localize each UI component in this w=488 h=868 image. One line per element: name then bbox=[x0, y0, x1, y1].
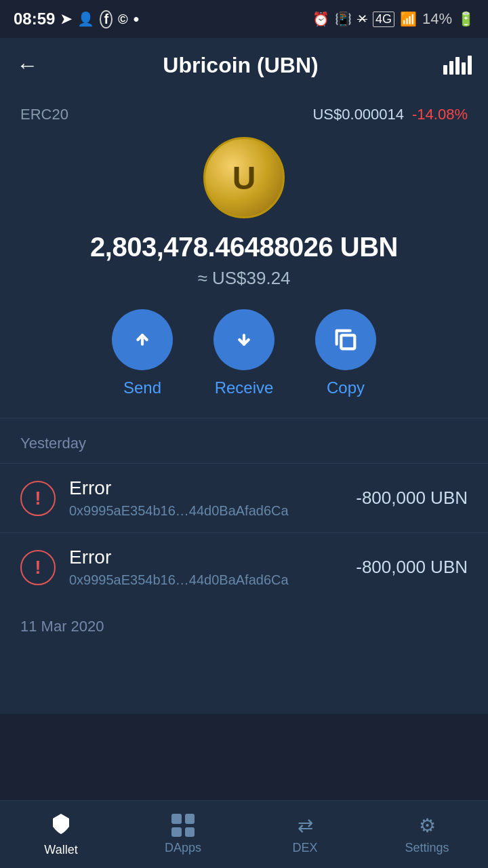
transaction-status-1: Error bbox=[69, 477, 342, 499]
error-icon-2: ! bbox=[20, 550, 56, 585]
nav-dapps[interactable]: DApps bbox=[122, 814, 244, 855]
page-title: Ubricoin (UBN) bbox=[163, 53, 318, 78]
no-signal-icon: ✕ bbox=[357, 12, 367, 26]
transaction-hash-1: 0x9995aE354b16…44d0BaAfad6Ca bbox=[69, 503, 342, 519]
nav-dex[interactable]: ⇄ DEX bbox=[244, 814, 366, 855]
token-price: US$0.000014 bbox=[312, 106, 404, 123]
facebook2-icon: © bbox=[118, 12, 128, 27]
dot-icon: • bbox=[134, 9, 139, 28]
receive-label: Receive bbox=[215, 378, 274, 397]
signal-icon: 📶 bbox=[400, 11, 417, 27]
nav-wallet[interactable]: Wallet bbox=[0, 812, 122, 857]
back-button[interactable]: ← bbox=[16, 53, 38, 78]
receive-button[interactable] bbox=[214, 309, 274, 370]
receive-button-container[interactable]: Receive bbox=[214, 309, 274, 397]
bottom-spacer bbox=[0, 646, 488, 714]
status-time-area: 08:59 ➤ 👤 f © • bbox=[14, 9, 139, 28]
transaction-hash-2: 0x9995aE354b16…44d0BaAfad6Ca bbox=[69, 572, 342, 588]
bottom-navigation: Wallet DApps ⇄ DEX ⚙ Settings bbox=[0, 800, 488, 868]
token-summary: ERC20 US$0.000014 -14.08% 2,803,478.4648… bbox=[0, 92, 488, 418]
transaction-amount-2: -800,000 UBN bbox=[356, 557, 468, 578]
chart-icon[interactable] bbox=[443, 56, 472, 75]
transaction-details-1: Error 0x9995aE354b16…44d0BaAfad6Ca bbox=[69, 477, 342, 519]
nav-settings[interactable]: ⚙ Settings bbox=[366, 814, 488, 855]
copy-button[interactable] bbox=[315, 309, 376, 370]
nav-settings-label: Settings bbox=[405, 841, 449, 855]
status-icons-area: ⏰ 📳 ✕ 4G 📶 14% 🔋 bbox=[312, 10, 474, 28]
send-button[interactable] bbox=[112, 309, 173, 370]
receive-icon bbox=[230, 326, 258, 353]
settings-icon: ⚙ bbox=[419, 814, 436, 837]
date-label-yesterday: Yesterday bbox=[0, 418, 488, 463]
nav-icon: ➤ bbox=[60, 11, 72, 27]
svg-rect-3 bbox=[341, 335, 354, 349]
nav-dex-label: DEX bbox=[292, 841, 317, 855]
app-header: ← Ubricoin (UBN) bbox=[0, 38, 488, 92]
dex-icon: ⇄ bbox=[298, 814, 313, 837]
coin-logo-container bbox=[20, 137, 468, 218]
send-button-container[interactable]: Send bbox=[112, 309, 173, 397]
copy-icon bbox=[332, 326, 359, 353]
coin-logo bbox=[203, 137, 285, 218]
price-change: -14.08% bbox=[412, 106, 468, 123]
battery-icon: 🔋 bbox=[458, 11, 474, 27]
transaction-item[interactable]: ! Error 0x9995aE354b16…44d0BaAfad6Ca -80… bbox=[0, 463, 488, 532]
nav-dapps-label: DApps bbox=[165, 841, 201, 855]
nav-wallet-label: Wallet bbox=[44, 843, 77, 857]
battery-text: 14% bbox=[422, 10, 452, 28]
token-standard: ERC20 bbox=[20, 106, 68, 123]
transaction-amount-1: -800,000 UBN bbox=[356, 488, 468, 509]
transaction-item-2[interactable]: ! Error 0x9995aE354b16…44d0BaAfad6Ca -80… bbox=[0, 532, 488, 601]
send-icon bbox=[129, 326, 156, 353]
wallet-icon bbox=[49, 812, 73, 839]
balance-usd: ≈ US$39.24 bbox=[20, 268, 468, 289]
network-4g-icon: 4G bbox=[373, 12, 394, 27]
date-label-mar: 11 Mar 2020 bbox=[0, 601, 488, 646]
token-info-row: ERC20 US$0.000014 -14.08% bbox=[20, 106, 468, 123]
dapps-icon bbox=[171, 814, 195, 837]
price-info: US$0.000014 -14.08% bbox=[312, 106, 468, 123]
status-time: 08:59 bbox=[14, 9, 55, 28]
alarm-icon: ⏰ bbox=[312, 11, 329, 27]
balance-amount: 2,803,478.46488026 UBN bbox=[20, 232, 468, 262]
facebook-icon: f bbox=[100, 10, 113, 28]
vibrate-icon: 📳 bbox=[335, 11, 352, 27]
send-label: Send bbox=[123, 378, 161, 397]
error-icon-1: ! bbox=[20, 481, 56, 516]
status-bar: 08:59 ➤ 👤 f © • ⏰ 📳 ✕ 4G 📶 14% 🔋 bbox=[0, 0, 488, 38]
copy-label: Copy bbox=[327, 378, 365, 397]
action-buttons: Send Receive Copy bbox=[20, 309, 468, 397]
copy-button-container[interactable]: Copy bbox=[315, 309, 376, 397]
transaction-status-2: Error bbox=[69, 547, 342, 568]
transactions-section: Yesterday ! Error 0x9995aE354b16…44d0BaA… bbox=[0, 418, 488, 714]
user-icon: 👤 bbox=[77, 11, 94, 27]
transaction-details-2: Error 0x9995aE354b16…44d0BaAfad6Ca bbox=[69, 547, 342, 588]
